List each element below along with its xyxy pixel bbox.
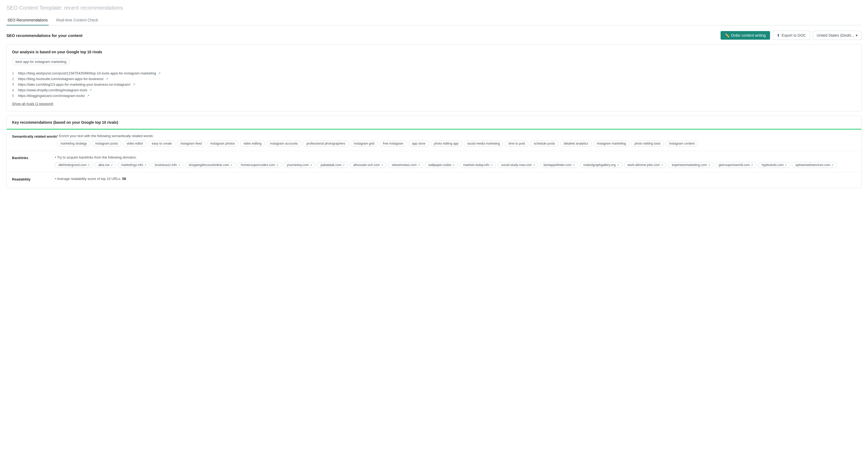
backlink-pill[interactable]: shoppingdiscountonline.com ↗	[185, 162, 236, 168]
tab-seo-recommendations[interactable]: SEO Recommendations	[6, 15, 49, 25]
external-link-icon: ↗	[133, 83, 135, 86]
keyword-pill: best app for instagram marketing	[12, 58, 70, 65]
backlink-pill[interactable]: marketingz.info ↗	[118, 162, 150, 168]
backlink-pill[interactable]: businesszz.info ↗	[151, 162, 184, 168]
external-link-icon: ↗	[89, 88, 92, 92]
semantic-pills-container: marketing strategyinstagram postsvideo e…	[57, 141, 856, 146]
rivals-list-item: 5 https://bloggingwizard.com/instagram-t…	[12, 93, 856, 98]
order-content-writing-button[interactable]: ✏️ Order content writing	[720, 31, 770, 39]
rec-label-semantically-related: Semantically related words	[12, 134, 57, 138]
external-link-icon: ↗	[533, 164, 535, 167]
semantic-pill: instagram marketing	[593, 141, 629, 146]
rec-content-semantically-related: • Enrich your text with the following se…	[57, 134, 856, 146]
rivals-list-item: 4 https://www.shopify.com/blog/instagram…	[12, 87, 856, 93]
semantic-pill: free instagram	[379, 141, 407, 146]
backlink-pill[interactable]: work-athome-jobs.com ↗	[624, 162, 666, 168]
external-link-icon: ↗	[751, 164, 753, 167]
semantic-pill: time to post	[505, 141, 528, 146]
external-link-icon: ↗	[572, 164, 575, 167]
rec-intro-backlinks: • Try to acquire backlinks from the foll…	[55, 155, 856, 159]
rival-url[interactable]: https://bloggingwizard.com/instagram-too…	[18, 94, 85, 98]
backlink-pill[interactable]: hypbrands.com ↗	[758, 162, 790, 168]
backlink-pill[interactable]: akia.me ↗	[95, 162, 116, 168]
external-link-icon: ↗	[230, 164, 232, 167]
tab-realtime-check[interactable]: Real-time Content Check	[55, 15, 99, 25]
semantic-pill: marketing strategy	[57, 141, 90, 146]
rivals-list-item: 3 https://later.com/blog/13-apps-for-mar…	[12, 82, 856, 87]
semantic-pill: instagram photos	[207, 141, 239, 146]
backlink-pill[interactable]: homecouponcodes.com ↗	[237, 162, 281, 168]
write-icon: ✏️	[725, 33, 730, 37]
external-link-icon: ↗	[784, 164, 787, 167]
semantic-pill: photo editing app	[431, 141, 462, 146]
rivals-list-item: 2 https://blog.hootsuite.com/instagram-a…	[12, 76, 856, 82]
backlink-pill[interactable]: pabalatak.com ↗	[317, 162, 348, 168]
tab-bar: SEO Recommendations Real-time Content Ch…	[6, 15, 862, 25]
backlink-pill[interactable]: social-study-now.com ↗	[498, 162, 538, 168]
backlink-pill[interactable]: expertseomarketing.com ↗	[668, 162, 713, 168]
rival-number: 3	[12, 83, 16, 86]
external-link-icon: ↗	[381, 164, 383, 167]
external-link-icon: ↗	[453, 164, 455, 167]
external-link-icon: ↗	[342, 164, 345, 167]
rec-row-semantically-related: Semantically related words • Enrich your…	[7, 130, 861, 151]
section-title: SEO recommendations for your content	[6, 33, 83, 38]
external-link-icon: ↗	[661, 164, 663, 167]
rival-number: 2	[12, 77, 16, 81]
external-link-icon: ↗	[310, 164, 312, 167]
backlink-pill[interactable]: bestappsfinder.com ↗	[540, 162, 578, 168]
location-dropdown-button[interactable]: United States (Deskt... ▾	[813, 31, 862, 40]
semantic-pill: detailed analytics	[560, 141, 592, 146]
external-link-icon: ↗	[87, 94, 89, 97]
rival-number: 1	[12, 71, 16, 75]
external-link-icon: ↗	[178, 164, 180, 167]
semantic-pill: instagram content	[666, 141, 698, 146]
rec-row-backlinks: Backlinks • Try to acquire backlinks fro…	[7, 151, 861, 172]
semantic-pill: schedule posts	[530, 141, 558, 146]
show-all-rivals-link[interactable]: Show all rivals (1 keyword)	[12, 102, 54, 106]
external-link-icon: ↗	[831, 164, 834, 167]
export-icon: ⬆	[777, 33, 780, 37]
rival-url[interactable]: https://later.com/blog/13-apps-for-marke…	[18, 83, 131, 86]
backlink-pill[interactable]: yournewsy.com ↗	[283, 162, 315, 168]
chevron-down-icon: ▾	[856, 33, 858, 37]
key-recommendations-card: Key recommendations (based on your Googl…	[6, 116, 862, 188]
backlink-pill[interactable]: viewsinnews.com ↗	[388, 162, 423, 168]
external-link-icon: ↗	[708, 164, 710, 167]
external-link-icon: ↗	[418, 164, 420, 167]
semantic-pill: instagram posts	[92, 141, 122, 146]
rec-label-backlinks: Backlinks	[12, 155, 55, 160]
semantic-pill: instagram accounts	[267, 141, 301, 146]
rivals-list-item: 1 https://blog.wishpond.com/post/1156754…	[12, 70, 856, 76]
backlink-pill[interactable]: allehintergrund.com ↗	[55, 162, 93, 168]
toolbar-actions: ✏️ Order content writing ⬆ Export to DOC…	[720, 31, 862, 40]
external-link-icon: ↗	[111, 164, 113, 167]
backlink-pill[interactable]: getcouponsworld.com ↗	[715, 162, 757, 168]
external-link-icon: ↗	[88, 164, 90, 167]
backlink-pill[interactable]: alhussain-sch.com ↗	[350, 162, 386, 168]
rivals-card-title: Our analysis is based on your Google top…	[12, 50, 856, 54]
semantic-pill: easy to create	[148, 141, 175, 146]
rival-number: 4	[12, 88, 16, 92]
semantic-pill: video editing	[240, 141, 265, 146]
export-to-doc-button[interactable]: ⬆ Export to DOC	[773, 31, 810, 40]
rival-number: 5	[12, 94, 16, 98]
backlink-pill[interactable]: wallpaper.codes ↗	[425, 162, 458, 168]
backlinks-pills-container: allehintergrund.com ↗akia.me ↗marketingz…	[55, 162, 856, 168]
key-rec-header: Key recommendations (based on your Googl…	[7, 116, 861, 130]
readability-score: 58	[122, 177, 126, 181]
external-link-icon: ↗	[158, 72, 160, 75]
semantic-pill: instagram grid	[350, 141, 378, 146]
backlink-pill[interactable]: markets-today.info ↗	[460, 162, 496, 168]
semantic-pill: video editor	[123, 141, 147, 146]
backlink-pill[interactable]: uptownwebservices.com ↗	[792, 162, 837, 168]
external-link-icon: ↗	[144, 164, 146, 167]
rival-url[interactable]: https://www.shopify.com/blog/instagram-t…	[18, 88, 87, 92]
backlink-pill[interactable]: nodexlgraphgallery.org ↗	[580, 162, 622, 168]
rival-url[interactable]: https://blog.wishpond.com/post/115675435…	[18, 71, 156, 75]
semantic-pill: social media marketing	[464, 141, 503, 146]
semantic-pill: app store	[409, 141, 429, 146]
semantic-pill: photo editing tools	[631, 141, 664, 146]
rival-url[interactable]: https://blog.hootsuite.com/instagram-app…	[18, 77, 103, 81]
rivals-list: 1 https://blog.wishpond.com/post/1156754…	[12, 70, 856, 98]
